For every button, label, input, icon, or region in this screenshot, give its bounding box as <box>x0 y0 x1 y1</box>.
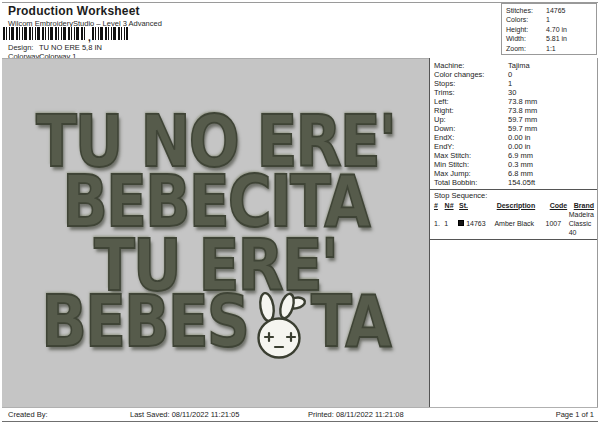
summary-label: Width: <box>506 34 546 43</box>
footer-page-number: Page 1 of 1 <box>556 410 594 419</box>
stat-label: Total Bobbin: <box>434 178 508 187</box>
col-header-code: Code <box>550 201 574 210</box>
summary-value: 1:1 <box>546 44 556 53</box>
machine-row: Up:59.7 mm <box>434 115 597 124</box>
footer-printed: Printed: 08/11/2022 11:21:08 <box>308 410 404 419</box>
stat-value: 73.8 mm <box>508 97 537 106</box>
col-header-description: Description <box>497 201 550 210</box>
stat-label: Min Stitch: <box>434 160 508 169</box>
machine-row: Color changes:0 <box>434 70 597 79</box>
summary-label: Zoom: <box>506 44 546 53</box>
machine-row: Trims:30 <box>434 88 597 97</box>
cell-needle: 1 <box>444 219 458 228</box>
stat-value: 0 <box>508 70 512 79</box>
summary-value: 14765 <box>546 6 565 15</box>
machine-row: EndY:0.00 in <box>434 142 597 151</box>
stat-label: Color changes: <box>434 70 508 79</box>
stat-label: Max Jump: <box>434 169 508 178</box>
summary-value: 5.81 in <box>546 34 567 43</box>
cell-stitch-count: 14763 <box>466 219 485 228</box>
stat-value: 6.8 mm <box>508 169 533 178</box>
cell-stitches: 14763 <box>458 219 494 228</box>
machine-row: Total Bobbin:154.05ft <box>434 178 597 187</box>
stat-value: 154.05ft <box>508 178 535 187</box>
stat-value: 59.7 mm <box>508 115 537 124</box>
summary-label: Colors: <box>506 15 546 24</box>
stat-value: 73.8 mm <box>508 106 537 115</box>
col-header-needle: N# <box>445 201 459 210</box>
production-worksheet-page: Production Worksheet Wilcom EmbroiderySt… <box>0 0 600 424</box>
stop-sequence-header-row: # N# St. Description Code Brand <box>434 201 594 210</box>
cell-code: 1007 <box>545 219 568 228</box>
machine-row: Stops:1 <box>434 79 597 88</box>
stat-label: Stops: <box>434 79 508 88</box>
summary-row-stitches: Stitches:14765 <box>506 6 596 15</box>
machine-row: Machine:Tajima <box>434 61 597 70</box>
stat-value: 0.00 in <box>508 133 531 142</box>
design-label: Design: <box>8 43 39 52</box>
design-name-row: Design: TU NO ERE 5,8 IN <box>8 43 102 52</box>
stat-label: Right: <box>434 106 508 115</box>
machine-row: Left:73.8 mm <box>434 97 597 106</box>
design-value: TU NO ERE 5,8 IN <box>39 43 102 52</box>
stat-label: Machine: <box>434 61 508 70</box>
stat-label: EndY: <box>434 142 508 151</box>
machine-row: Right:73.8 mm <box>434 106 597 115</box>
col-header-stitches: St. <box>459 201 497 210</box>
machine-row: EndX:0.00 in <box>434 133 597 142</box>
summary-row-width: Width:5.81 in <box>506 34 596 43</box>
footer-bottom-rule <box>2 421 598 422</box>
bad-bunny-logo-icon <box>250 291 310 361</box>
footer-last-saved: Last Saved: 08/11/2022 11:21:05 <box>130 410 239 419</box>
stop-sequence-title: Stop Sequence: <box>434 191 594 201</box>
stat-value: Tajima <box>508 61 530 70</box>
barcode-bars-left <box>3 27 87 40</box>
summary-row-colors: Colors:1 <box>506 15 596 24</box>
stat-value: 59.7 mm <box>508 124 537 133</box>
page-title: Production Worksheet <box>8 4 140 18</box>
stat-label: Up: <box>434 115 508 124</box>
stat-label: Down: <box>434 124 508 133</box>
embroidery-text: BEBES <box>41 279 248 363</box>
stat-value: 30 <box>508 88 516 97</box>
summary-row-zoom: Zoom:1:1 <box>506 44 596 53</box>
thread-color-swatch <box>458 220 464 226</box>
col-header-brand: Brand <box>574 201 594 210</box>
machine-row: Max Jump:6.8 mm <box>434 169 597 178</box>
cell-description: Amber Black <box>494 219 545 228</box>
stat-label: Left: <box>434 97 508 106</box>
design-preview-canvas: TU NO ERE' BEBECITA TU ERE' BEBES <box>2 58 429 407</box>
design-text-line-4: BEBES TA <box>2 279 429 361</box>
cell-num: 1. <box>434 219 444 228</box>
embroidery-text: TA <box>311 279 390 363</box>
summary-label: Height: <box>506 25 546 34</box>
stat-label: Max Stitch: <box>434 151 508 160</box>
stat-label: Trims: <box>434 88 508 97</box>
footer-created-by: Created By: <box>8 410 48 419</box>
summary-row-height: Height:4.70 in <box>506 25 596 34</box>
design-text-line-2: BEBECITA <box>2 159 429 229</box>
stat-value: 1 <box>508 79 512 88</box>
stat-value: 6.9 mm <box>508 151 533 160</box>
barcode-bars-right <box>92 27 128 40</box>
machine-row: Min Stitch:0.3 mm <box>434 160 597 169</box>
summary-value: 4.70 in <box>546 25 567 34</box>
design-summary-box: Stitches:14765 Colors:1 Height:4.70 in W… <box>501 3 597 55</box>
barcode-separator: , <box>88 35 91 40</box>
machine-row: Down:59.7 mm <box>434 124 597 133</box>
footer-top-rule <box>2 407 598 408</box>
col-header-num: # <box>434 201 445 210</box>
stat-label: EndX: <box>434 133 508 142</box>
summary-value: 1 <box>546 15 550 24</box>
machine-row: Max Stitch:6.9 mm <box>434 151 597 160</box>
summary-label: Stitches: <box>506 6 546 15</box>
stat-value: 0.3 mm <box>508 160 533 169</box>
machine-info-panel: Machine:Tajima Color changes:0 Stops:1 T… <box>429 58 598 407</box>
stop-sequence-row: 1. 1 14763 Amber Black 1007 Madeira Clas… <box>434 210 594 237</box>
stop-sequence-section: Stop Sequence: # N# St. Description Code… <box>430 189 597 240</box>
design-barcode: , <box>3 27 128 40</box>
stat-value: 0.00 in <box>508 142 531 151</box>
machine-stats-list: Machine:Tajima Color changes:0 Stops:1 T… <box>430 58 597 189</box>
cell-brand: Madeira Classic 40 <box>569 210 594 237</box>
